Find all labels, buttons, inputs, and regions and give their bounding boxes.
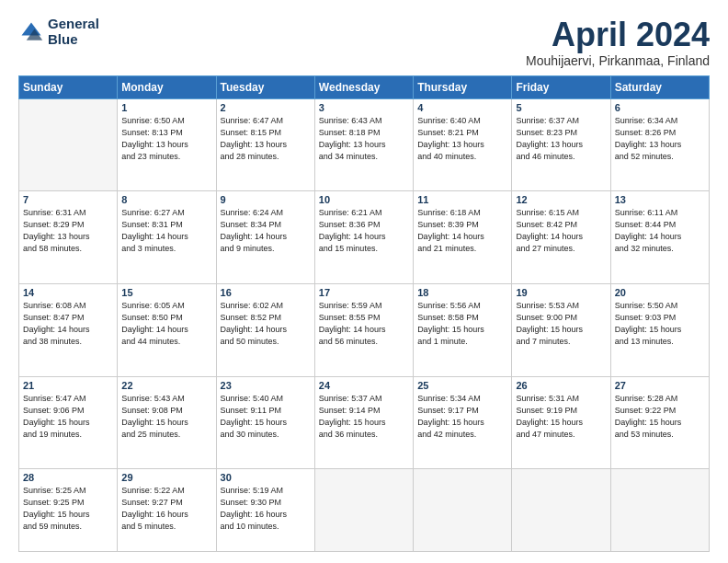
day-number: 30	[221, 472, 311, 483]
day-detail: Sunrise: 6:43 AM Sunset: 8:18 PM Dayligh…	[319, 115, 409, 163]
day-detail: Sunrise: 6:50 AM Sunset: 8:13 PM Dayligh…	[121, 115, 211, 163]
day-number: 19	[516, 287, 606, 298]
day-number: 18	[417, 287, 507, 298]
day-cell: 6Sunrise: 6:34 AM Sunset: 8:26 PM Daylig…	[610, 98, 709, 191]
day-number: 15	[121, 287, 211, 298]
day-number: 9	[221, 194, 311, 205]
col-header-wednesday: Wednesday	[314, 75, 413, 98]
day-cell: 18Sunrise: 5:56 AM Sunset: 8:58 PM Dayli…	[414, 283, 512, 376]
day-cell: 1Sunrise: 6:50 AM Sunset: 8:13 PM Daylig…	[118, 98, 216, 191]
day-number: 25	[417, 380, 507, 391]
col-header-tuesday: Tuesday	[216, 75, 314, 98]
day-cell: 19Sunrise: 5:53 AM Sunset: 9:00 PM Dayli…	[512, 283, 610, 376]
day-number: 11	[417, 194, 507, 205]
day-cell: 13Sunrise: 6:11 AM Sunset: 8:44 PM Dayli…	[610, 191, 709, 284]
day-detail: Sunrise: 6:15 AM Sunset: 8:42 PM Dayligh…	[516, 207, 606, 255]
day-cell: 27Sunrise: 5:28 AM Sunset: 9:22 PM Dayli…	[610, 376, 709, 469]
title-block: April 2024 Mouhijaervi, Pirkanmaa, Finla…	[526, 17, 710, 68]
week-row-4: 21Sunrise: 5:47 AM Sunset: 9:06 PM Dayli…	[19, 376, 710, 469]
header-row: Sunday Monday Tuesday Wednesday Thursday…	[19, 75, 710, 98]
day-detail: Sunrise: 6:02 AM Sunset: 8:52 PM Dayligh…	[221, 300, 311, 348]
day-detail: Sunrise: 6:05 AM Sunset: 8:50 PM Dayligh…	[121, 300, 211, 348]
day-detail: Sunrise: 6:21 AM Sunset: 8:36 PM Dayligh…	[319, 207, 409, 255]
day-cell: 5Sunrise: 6:37 AM Sunset: 8:23 PM Daylig…	[512, 98, 610, 191]
day-detail: Sunrise: 5:34 AM Sunset: 9:17 PM Dayligh…	[417, 393, 507, 441]
day-detail: Sunrise: 5:37 AM Sunset: 9:14 PM Dayligh…	[319, 393, 409, 441]
day-detail: Sunrise: 5:28 AM Sunset: 9:22 PM Dayligh…	[615, 393, 705, 441]
col-header-monday: Monday	[118, 75, 216, 98]
day-detail: Sunrise: 6:37 AM Sunset: 8:23 PM Dayligh…	[516, 115, 606, 163]
day-number: 17	[319, 287, 409, 298]
day-number: 28	[23, 472, 113, 483]
day-detail: Sunrise: 5:50 AM Sunset: 9:03 PM Dayligh…	[615, 300, 705, 348]
day-number: 4	[417, 102, 507, 113]
day-detail: Sunrise: 5:47 AM Sunset: 9:06 PM Dayligh…	[23, 393, 113, 441]
day-number: 23	[221, 380, 311, 391]
day-cell	[610, 469, 709, 552]
day-cell: 14Sunrise: 6:08 AM Sunset: 8:47 PM Dayli…	[19, 283, 118, 376]
day-number: 8	[121, 194, 211, 205]
day-number: 5	[516, 102, 606, 113]
day-number: 26	[516, 380, 606, 391]
col-header-sunday: Sunday	[19, 75, 118, 98]
day-cell: 21Sunrise: 5:47 AM Sunset: 9:06 PM Dayli…	[19, 376, 118, 469]
col-header-saturday: Saturday	[610, 75, 709, 98]
week-row-3: 14Sunrise: 6:08 AM Sunset: 8:47 PM Dayli…	[19, 283, 710, 376]
day-cell: 26Sunrise: 5:31 AM Sunset: 9:19 PM Dayli…	[512, 376, 610, 469]
logo: General Blue	[18, 17, 99, 47]
day-cell: 30Sunrise: 5:19 AM Sunset: 9:30 PM Dayli…	[216, 469, 314, 552]
day-number: 12	[516, 194, 606, 205]
day-cell: 3Sunrise: 6:43 AM Sunset: 8:18 PM Daylig…	[314, 98, 413, 191]
day-cell: 7Sunrise: 6:31 AM Sunset: 8:29 PM Daylig…	[19, 191, 118, 284]
day-number: 22	[121, 380, 211, 391]
day-cell	[314, 469, 413, 552]
day-cell: 15Sunrise: 6:05 AM Sunset: 8:50 PM Dayli…	[118, 283, 216, 376]
week-row-2: 7Sunrise: 6:31 AM Sunset: 8:29 PM Daylig…	[19, 191, 710, 284]
day-detail: Sunrise: 6:34 AM Sunset: 8:26 PM Dayligh…	[615, 115, 705, 163]
day-detail: Sunrise: 6:40 AM Sunset: 8:21 PM Dayligh…	[417, 115, 507, 163]
day-cell: 12Sunrise: 6:15 AM Sunset: 8:42 PM Dayli…	[512, 191, 610, 284]
day-number: 29	[121, 472, 211, 483]
day-number: 1	[121, 102, 211, 113]
week-row-1: 1Sunrise: 6:50 AM Sunset: 8:13 PM Daylig…	[19, 98, 710, 191]
day-cell: 25Sunrise: 5:34 AM Sunset: 9:17 PM Dayli…	[414, 376, 512, 469]
day-cell	[19, 98, 118, 191]
day-detail: Sunrise: 5:59 AM Sunset: 8:55 PM Dayligh…	[319, 300, 409, 348]
calendar-table: Sunday Monday Tuesday Wednesday Thursday…	[18, 75, 710, 552]
day-cell	[512, 469, 610, 552]
month-title: April 2024	[526, 17, 710, 53]
day-cell: 11Sunrise: 6:18 AM Sunset: 8:39 PM Dayli…	[414, 191, 512, 284]
day-cell: 20Sunrise: 5:50 AM Sunset: 9:03 PM Dayli…	[610, 283, 709, 376]
day-detail: Sunrise: 5:19 AM Sunset: 9:30 PM Dayligh…	[221, 485, 311, 533]
day-cell: 17Sunrise: 5:59 AM Sunset: 8:55 PM Dayli…	[314, 283, 413, 376]
day-cell: 8Sunrise: 6:27 AM Sunset: 8:31 PM Daylig…	[118, 191, 216, 284]
day-detail: Sunrise: 6:31 AM Sunset: 8:29 PM Dayligh…	[23, 207, 113, 255]
day-detail: Sunrise: 5:40 AM Sunset: 9:11 PM Dayligh…	[221, 393, 311, 441]
day-number: 20	[615, 287, 705, 298]
day-cell: 2Sunrise: 6:47 AM Sunset: 8:15 PM Daylig…	[216, 98, 314, 191]
day-detail: Sunrise: 5:53 AM Sunset: 9:00 PM Dayligh…	[516, 300, 606, 348]
day-cell: 28Sunrise: 5:25 AM Sunset: 9:25 PM Dayli…	[19, 469, 118, 552]
day-cell: 10Sunrise: 6:21 AM Sunset: 8:36 PM Dayli…	[314, 191, 413, 284]
page: General Blue April 2024 Mouhijaervi, Pir…	[0, 0, 728, 563]
day-number: 16	[221, 287, 311, 298]
day-detail: Sunrise: 6:18 AM Sunset: 8:39 PM Dayligh…	[417, 207, 507, 255]
day-cell	[414, 469, 512, 552]
header: General Blue April 2024 Mouhijaervi, Pir…	[18, 17, 710, 68]
day-detail: Sunrise: 6:11 AM Sunset: 8:44 PM Dayligh…	[615, 207, 705, 255]
day-number: 24	[319, 380, 409, 391]
day-detail: Sunrise: 6:27 AM Sunset: 8:31 PM Dayligh…	[121, 207, 211, 255]
day-detail: Sunrise: 5:31 AM Sunset: 9:19 PM Dayligh…	[516, 393, 606, 441]
day-detail: Sunrise: 6:24 AM Sunset: 8:34 PM Dayligh…	[221, 207, 311, 255]
location: Mouhijaervi, Pirkanmaa, Finland	[526, 53, 710, 68]
day-detail: Sunrise: 5:25 AM Sunset: 9:25 PM Dayligh…	[23, 485, 113, 533]
day-number: 21	[23, 380, 113, 391]
week-row-5: 28Sunrise: 5:25 AM Sunset: 9:25 PM Dayli…	[19, 469, 710, 552]
day-number: 3	[319, 102, 409, 113]
day-cell: 24Sunrise: 5:37 AM Sunset: 9:14 PM Dayli…	[314, 376, 413, 469]
day-detail: Sunrise: 5:22 AM Sunset: 9:27 PM Dayligh…	[121, 485, 211, 533]
day-number: 2	[221, 102, 311, 113]
day-cell: 16Sunrise: 6:02 AM Sunset: 8:52 PM Dayli…	[216, 283, 314, 376]
logo-text: General Blue	[48, 17, 99, 47]
day-cell: 22Sunrise: 5:43 AM Sunset: 9:08 PM Dayli…	[118, 376, 216, 469]
